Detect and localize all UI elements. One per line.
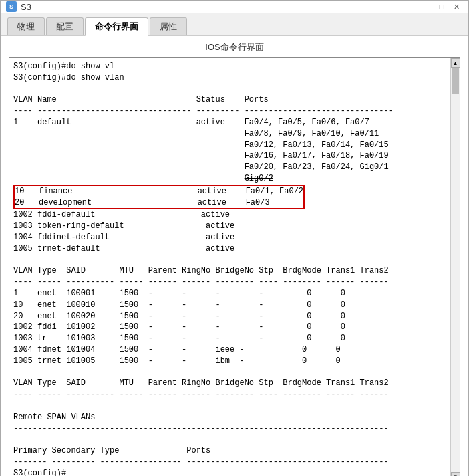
terminal-text-bottom: 1002 fddi-default active 1003 token-ring… xyxy=(13,209,446,476)
window-controls: ─ □ ✕ xyxy=(420,1,463,13)
scroll-down-button[interactable]: ▼ xyxy=(451,472,460,476)
tab-props[interactable]: 属性 xyxy=(150,17,187,35)
section-title: IOS命令行界面 xyxy=(9,41,460,53)
vlan20-line: 20 development active Fa0/3 xyxy=(15,197,303,209)
terminal-scroll[interactable]: S3(config)#do show vl S3(config)#do show… xyxy=(9,58,450,476)
maximize-button[interactable]: □ xyxy=(435,1,448,13)
tab-bar: 物理 配置 命令行界面 属性 xyxy=(1,13,468,36)
scrollbar-thumb-area xyxy=(451,68,460,472)
app-icon: S xyxy=(6,1,17,12)
tab-cli[interactable]: 命令行界面 xyxy=(85,17,148,36)
minimize-button[interactable]: ─ xyxy=(420,1,434,13)
title-bar-left: S S3 xyxy=(6,1,31,12)
vlan10-line: 10 finance active Fa0/1, Fa0/2 xyxy=(15,186,303,197)
tab-config[interactable]: 配置 xyxy=(46,17,84,35)
terminal-text-top: S3(config)#do show vl S3(config)#do show… xyxy=(13,61,446,185)
strikethrough-text: Gig0/2 xyxy=(245,174,273,183)
scroll-up-button[interactable]: ▲ xyxy=(451,58,460,68)
close-button[interactable]: ✕ xyxy=(450,1,463,13)
scrollbar[interactable]: ▲ ▼ xyxy=(450,58,460,476)
tab-physics[interactable]: 物理 xyxy=(7,17,45,35)
highlighted-vlan-block: 10 finance active Fa0/1, Fa0/2 20 develo… xyxy=(13,185,305,210)
window-title: S3 xyxy=(21,2,31,12)
scrollbar-thumb[interactable] xyxy=(452,68,459,94)
terminal-container: S3(config)#do show vl S3(config)#do show… xyxy=(9,57,460,476)
main-window: S S3 ─ □ ✕ 物理 配置 命令行界面 属性 IOS命令行界面 S3(co… xyxy=(0,0,469,476)
title-bar: S S3 ─ □ ✕ xyxy=(1,1,468,13)
content-area: IOS命令行界面 S3(config)#do show vl S3(config… xyxy=(1,36,468,476)
